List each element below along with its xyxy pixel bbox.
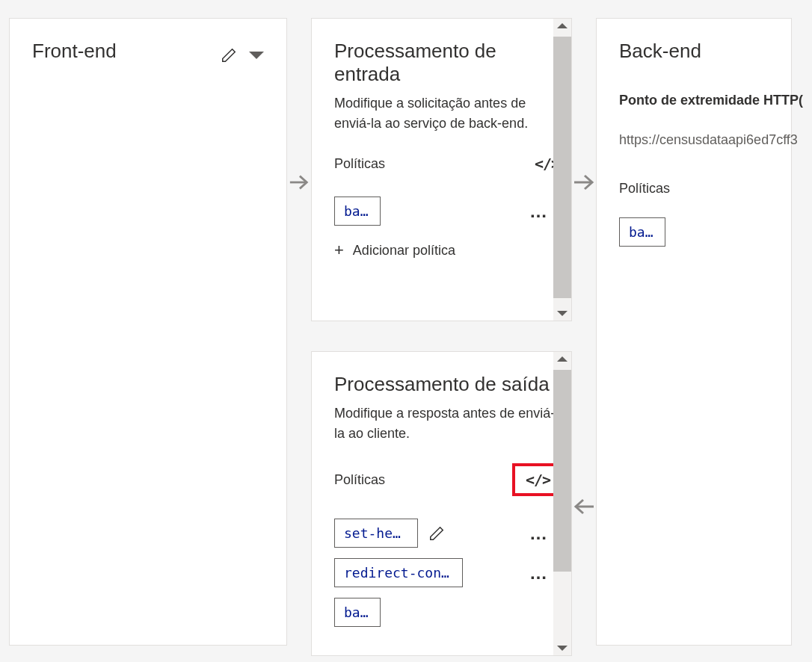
arrow-right-icon [289, 172, 310, 193]
frontend-title: Front-end [32, 40, 117, 63]
policy-row: redirect-conte… … [334, 558, 564, 587]
scroll-thumb[interactable] [553, 370, 571, 572]
outbound-policies-label: Políticas [334, 472, 385, 488]
inbound-policies-label: Políticas [334, 156, 385, 172]
scroll-down-icon[interactable] [557, 311, 568, 316]
scrollbar[interactable] [553, 19, 571, 321]
inbound-panel: Processamento de entrada Modifique a sol… [311, 18, 572, 321]
scroll-down-icon[interactable] [557, 646, 568, 651]
outbound-subtitle: Modifique a resposta antes de enviá-la a… [334, 403, 564, 444]
inbound-subtitle: Modifique a solicitação antes de enviá-l… [334, 93, 564, 134]
scroll-up-icon[interactable] [557, 356, 568, 362]
arrow-left-icon [573, 496, 595, 517]
add-policy-label: Adicionar política [353, 243, 455, 259]
policy-row: set-head… … [334, 519, 564, 548]
edit-icon[interactable] [428, 525, 445, 542]
chevron-down-icon[interactable] [249, 52, 264, 59]
add-policy-button[interactable]: + Adicionar política [334, 241, 564, 260]
policy-row: base [619, 217, 791, 247]
scroll-up-icon[interactable] [557, 23, 568, 28]
outbound-panel: Processamento de saída Modifique a respo… [311, 351, 572, 656]
policy-tag-base[interactable]: base [334, 598, 381, 627]
arrow-right-icon [573, 172, 595, 193]
more-icon[interactable]: … [529, 523, 549, 544]
arrow-connector-stack [572, 18, 596, 517]
backend-title: Back-end [619, 40, 791, 63]
policy-tag-set-header[interactable]: set-head… [334, 519, 418, 548]
inbound-title: Processamento de entrada [334, 40, 564, 86]
more-icon[interactable]: … [529, 201, 549, 222]
plus-icon: + [334, 241, 344, 260]
backend-policies-label: Políticas [619, 181, 791, 197]
backend-panel: Back-end Ponto de extremidade HTTP( http… [596, 18, 792, 646]
policy-tag-redirect[interactable]: redirect-conte… [334, 558, 463, 587]
backend-endpoint-label: Ponto de extremidade HTTP( [619, 93, 791, 108]
frontend-panel: Front-end [9, 18, 287, 646]
scrollbar[interactable] [553, 352, 571, 655]
backend-endpoint-url[interactable]: https://censusdataapi6ed7cff3 [619, 132, 791, 148]
more-icon[interactable]: … [529, 563, 549, 584]
policy-row: base … [334, 197, 564, 226]
policy-tag-base[interactable]: base [334, 197, 381, 226]
policy-row: base [334, 598, 564, 627]
policy-tag-base[interactable]: base [619, 217, 665, 247]
edit-icon[interactable] [221, 47, 237, 64]
scroll-thumb[interactable] [553, 37, 571, 298]
arrow-frontend-to-inbound [287, 18, 311, 193]
outbound-title: Processamento de saída [334, 373, 564, 396]
